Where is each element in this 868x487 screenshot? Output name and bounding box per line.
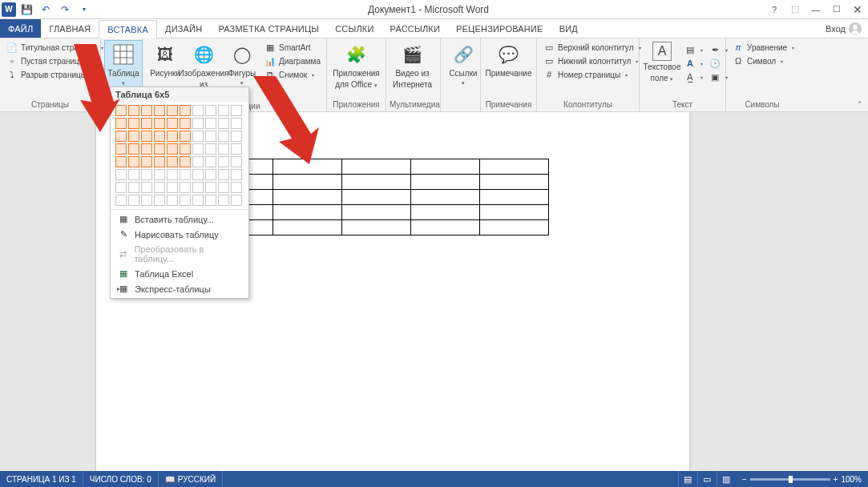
grid-cell[interactable] — [218, 118, 229, 129]
save-icon[interactable]: 💾 — [18, 1, 35, 18]
grid-cell[interactable] — [154, 195, 165, 206]
grid-cell[interactable] — [180, 118, 191, 129]
sign-in[interactable]: Вход — [819, 19, 868, 38]
grid-cell[interactable] — [115, 143, 127, 155]
grid-cell[interactable] — [218, 105, 229, 116]
grid-cell[interactable] — [141, 169, 152, 180]
grid-cell[interactable] — [167, 131, 178, 142]
grid-cell[interactable] — [154, 156, 165, 167]
grid-cell[interactable] — [231, 182, 242, 193]
equation-button[interactable]: πУравнение▾ — [731, 41, 796, 54]
language-indicator[interactable]: 📖РУССКИЙ — [159, 471, 223, 487]
grid-cell[interactable] — [141, 118, 152, 129]
grid-cell[interactable] — [231, 118, 242, 129]
online-video-button[interactable]: 🎬Видео изИнтернета — [390, 40, 435, 91]
collapse-ribbon-icon[interactable]: ⌃ — [857, 100, 863, 108]
grid-cell[interactable] — [141, 105, 152, 116]
grid-cell[interactable] — [180, 131, 191, 142]
symbol-button[interactable]: ΩСимвол▾ — [731, 54, 796, 67]
tab-references[interactable]: ССЫЛКИ — [327, 19, 382, 38]
grid-cell[interactable] — [141, 182, 152, 193]
qat-dropdown-icon[interactable]: ▾ — [75, 1, 93, 18]
grid-cell[interactable] — [128, 105, 139, 116]
grid-cell[interactable] — [167, 105, 178, 116]
grid-cell[interactable] — [231, 195, 242, 206]
tab-design[interactable]: ДИЗАЙН — [157, 19, 210, 38]
tab-home[interactable]: ГЛАВНАЯ — [41, 19, 99, 38]
grid-cell[interactable] — [167, 169, 178, 180]
grid-cell[interactable] — [231, 105, 242, 116]
ribbon-display-icon[interactable]: ⬚ — [785, 1, 805, 18]
grid-cell[interactable] — [192, 118, 204, 129]
grid-cell[interactable] — [167, 156, 178, 167]
grid-cell[interactable] — [154, 143, 165, 155]
grid-cell[interactable] — [231, 143, 242, 155]
grid-cell[interactable] — [205, 118, 216, 129]
excel-spreadsheet-menu-item[interactable]: ▦Таблица Excel — [111, 266, 248, 281]
grid-cell[interactable] — [128, 182, 139, 193]
grid-cell[interactable] — [128, 169, 139, 180]
grid-cell[interactable] — [218, 169, 229, 180]
zoom-level[interactable]: 100% — [841, 475, 862, 484]
grid-cell[interactable] — [192, 195, 204, 206]
grid-cell[interactable] — [167, 143, 178, 155]
tab-mailings[interactable]: РАССЫЛКИ — [382, 19, 448, 38]
grid-cell[interactable] — [205, 182, 216, 193]
grid-cell[interactable] — [128, 118, 139, 129]
grid-cell[interactable] — [218, 156, 229, 167]
redo-icon[interactable]: ↷ — [56, 1, 74, 18]
grid-cell[interactable] — [141, 195, 152, 206]
grid-cell[interactable] — [231, 131, 242, 142]
footer-button[interactable]: ▭Нижний колонтитул▾ — [542, 54, 643, 67]
grid-cell[interactable] — [167, 118, 178, 129]
grid-cell[interactable] — [192, 156, 204, 167]
text-box-button[interactable]: AТекстовоеполе ▾ — [643, 40, 681, 84]
grid-cell[interactable] — [218, 182, 229, 193]
grid-cell[interactable] — [231, 169, 242, 180]
maximize-icon[interactable]: ☐ — [826, 1, 847, 18]
grid-cell[interactable] — [180, 105, 191, 116]
grid-cell[interactable] — [218, 195, 229, 206]
help-icon[interactable]: ? — [764, 1, 785, 18]
quick-parts-button[interactable]: ▤▾ — [683, 43, 704, 56]
zoom-in-icon[interactable]: + — [834, 475, 838, 484]
drop-cap-button[interactable]: A̲▾ — [683, 70, 704, 83]
grid-cell[interactable] — [141, 131, 152, 142]
quick-tables-menu-item[interactable]: ▦Экспресс-таблицы▸ — [111, 281, 248, 296]
grid-cell[interactable] — [115, 156, 127, 167]
print-layout-icon[interactable]: ▭ — [697, 471, 717, 487]
grid-cell[interactable] — [218, 131, 229, 142]
grid-cell[interactable] — [180, 156, 191, 167]
grid-cell[interactable] — [180, 169, 191, 180]
chart-button[interactable]: 📊Диаграмма — [263, 54, 322, 67]
close-icon[interactable]: ✕ — [847, 1, 868, 18]
grid-cell[interactable] — [205, 195, 216, 206]
zoom-slider[interactable]: − + 100% — [736, 475, 868, 484]
grid-cell[interactable] — [115, 182, 127, 193]
grid-cell[interactable] — [231, 156, 242, 167]
grid-cell[interactable] — [180, 182, 191, 193]
tab-review[interactable]: РЕЦЕНЗИРОВАНИЕ — [448, 19, 551, 38]
table-size-grid[interactable] — [111, 102, 248, 209]
grid-cell[interactable] — [167, 195, 178, 206]
grid-cell[interactable] — [205, 131, 216, 142]
grid-cell[interactable] — [154, 131, 165, 142]
grid-cell[interactable] — [180, 143, 191, 155]
grid-cell[interactable] — [128, 131, 139, 142]
grid-cell[interactable] — [115, 169, 127, 180]
tab-view[interactable]: ВИД — [551, 19, 586, 38]
tab-insert[interactable]: ВСТАВКА — [99, 20, 157, 38]
minimize-icon[interactable]: — — [805, 1, 826, 18]
grid-cell[interactable] — [128, 195, 139, 206]
grid-cell[interactable] — [154, 118, 165, 129]
word-count[interactable]: ЧИСЛО СЛОВ: 0 — [83, 471, 159, 487]
web-layout-icon[interactable]: ▥ — [717, 471, 736, 487]
links-button[interactable]: 🔗Ссылки▾ — [444, 40, 482, 88]
page-indicator[interactable]: СТРАНИЦА 1 ИЗ 1 — [0, 471, 83, 487]
tab-file[interactable]: ФАЙЛ — [0, 19, 41, 38]
read-mode-icon[interactable]: ▤ — [678, 471, 697, 487]
grid-cell[interactable] — [192, 131, 204, 142]
grid-cell[interactable] — [205, 105, 216, 116]
grid-cell[interactable] — [141, 143, 152, 155]
page-number-button[interactable]: #Номер страницы▾ — [542, 68, 643, 81]
